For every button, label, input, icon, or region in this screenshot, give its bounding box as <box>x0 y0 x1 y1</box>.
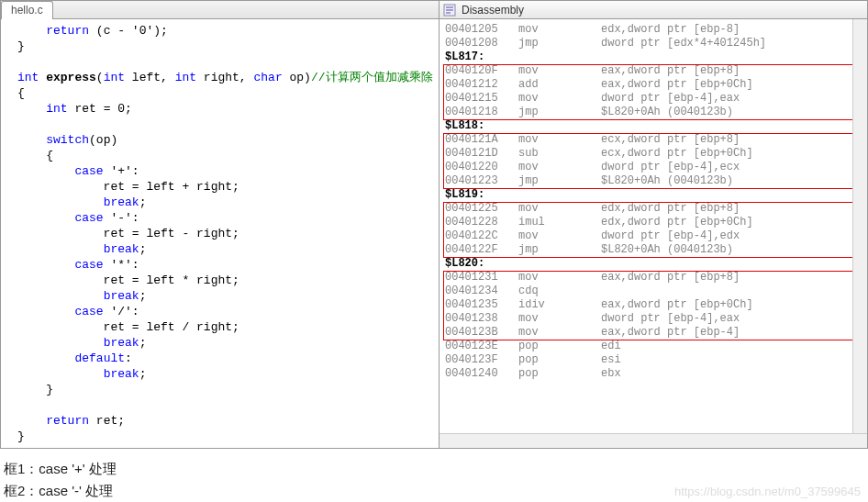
source-tab-bar: hello.c <box>1 1 439 19</box>
asm-row: 00401212addeax,dword ptr [ebp+0Ch] <box>445 78 863 92</box>
disasm-icon <box>443 4 456 17</box>
asm-row: 00401215movdword ptr [ebp-4],eax <box>445 92 863 106</box>
asm-row: $L820: <box>445 257 863 271</box>
asm-row: 0040121Amovecx,dword ptr [ebp+8] <box>445 133 863 147</box>
asm-row: 0040123Fpopesi <box>445 353 863 367</box>
asm-row: 00401223jmp$L820+0Ah (0040123b) <box>445 174 863 188</box>
ide-window: hello.c return (c - '0');} int express(i… <box>0 0 868 449</box>
disassembly-listing: 00401205movedx,dword ptr [ebp-8]00401208… <box>440 19 867 385</box>
asm-row: 00401208jmpdword ptr [edx*4+401245h] <box>445 37 863 50</box>
asm-row: 0040123Epopedi <box>445 340 863 353</box>
asm-row: 0040120Fmoveax,dword ptr [ebp+8] <box>445 64 863 78</box>
disasm-pane: Disassembly 00401205movedx,dword ptr [eb… <box>440 1 867 448</box>
asm-row: 00401240popebx <box>445 367 863 381</box>
asm-row: 0040122Fjmp$L820+0Ah (0040123b) <box>445 243 863 257</box>
asm-row: $L819: <box>445 188 863 202</box>
vertical-scrollbar[interactable] <box>852 19 867 448</box>
asm-row: $L818: <box>445 119 863 133</box>
asm-row: 0040123Bmoveax,dword ptr [ebp-4] <box>445 326 863 340</box>
horizontal-scrollbar[interactable] <box>440 433 867 448</box>
asm-row: 00401234cdq <box>445 284 863 298</box>
asm-row: 00401238movdword ptr [ebp-4],eax <box>445 312 863 326</box>
asm-row: 00401225movedx,dword ptr [ebp+8] <box>445 202 863 216</box>
asm-row: 00401231moveax,dword ptr [ebp+8] <box>445 271 863 284</box>
asm-row: 00401205movedx,dword ptr [ebp-8] <box>445 23 863 37</box>
disasm-title: Disassembly <box>460 4 524 17</box>
asm-row: 00401220movdword ptr [ebp-4],ecx <box>445 161 863 174</box>
asm-row: 00401228imuledx,dword ptr [ebp+0Ch] <box>445 216 863 229</box>
source-tab[interactable]: hello.c <box>1 1 53 19</box>
asm-row: $L817: <box>445 50 863 64</box>
asm-row: 00401235idiveax,dword ptr [ebp+0Ch] <box>445 298 863 312</box>
disasm-title-bar: Disassembly <box>440 1 867 19</box>
asm-row: 00401218jmp$L820+0Ah (0040123b) <box>445 106 863 119</box>
asm-row: 0040122Cmovdword ptr [ebp-4],edx <box>445 229 863 243</box>
source-pane: hello.c return (c - '0');} int express(i… <box>1 1 440 448</box>
watermark: https://blog.csdn.net/m0_37599645 <box>674 485 861 498</box>
asm-row: 0040121Dsubecx,dword ptr [ebp+0Ch] <box>445 147 863 161</box>
note-line: 框1：case '+' 处理 <box>4 458 864 480</box>
source-code: return (c - '0');} int express(int left,… <box>1 19 439 448</box>
